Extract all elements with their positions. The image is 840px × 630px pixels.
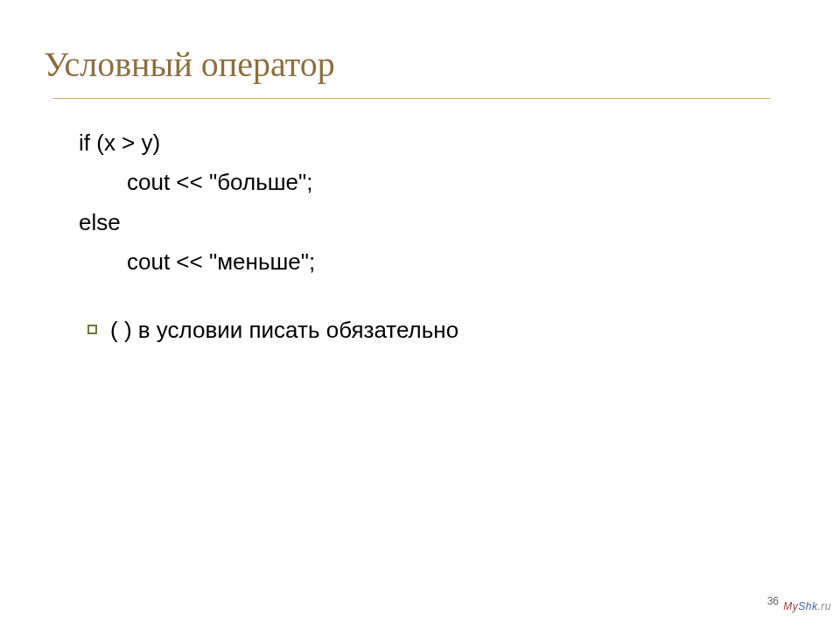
code-line-1: if (x > y) xyxy=(79,125,770,160)
bullet-item: ( ) в условии писать обязательно xyxy=(79,312,770,347)
bullet-text: ( ) в условии писать обязательно xyxy=(110,312,458,347)
watermark: MyShk.ru xyxy=(783,600,831,612)
slide-container: Условный оператор if (x > y) cout << "бо… xyxy=(0,0,840,630)
bullet-marker-icon xyxy=(88,325,97,334)
code-line-3: else xyxy=(79,205,770,240)
slide-content: if (x > y) cout << "больше"; else cout <… xyxy=(44,125,796,347)
code-line-4: cout << "меньше"; xyxy=(79,244,770,279)
watermark-my: My xyxy=(783,600,798,612)
code-line-2: cout << "больше"; xyxy=(79,164,770,200)
watermark-ru: .ru xyxy=(817,600,831,612)
page-number: 36 xyxy=(767,595,779,607)
watermark-shk: Shk xyxy=(798,600,817,612)
title-divider xyxy=(52,98,770,99)
slide-title: Условный оператор xyxy=(44,44,796,85)
